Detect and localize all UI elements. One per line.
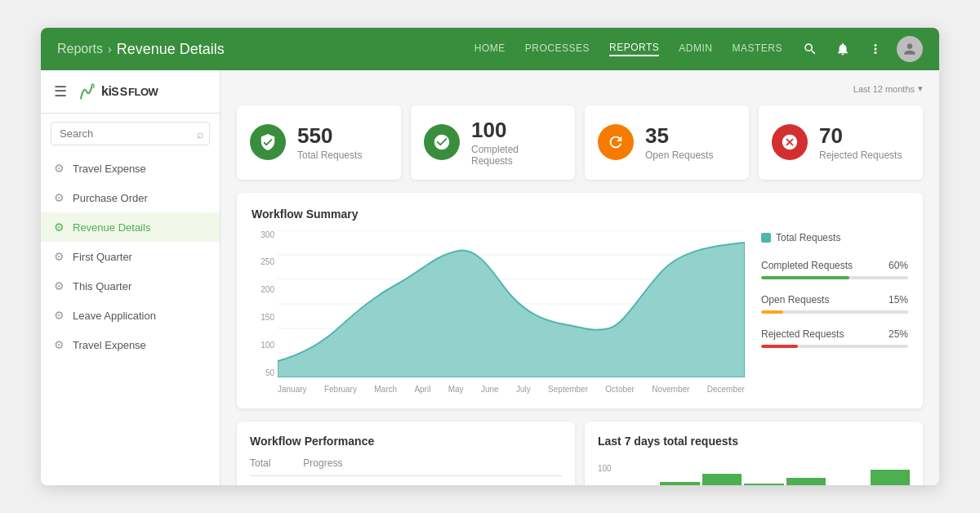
progress-bar-bg [761, 276, 908, 279]
rejected-requests-icon [772, 124, 808, 160]
gear-icon: ⚙ [54, 221, 65, 234]
nav-item-reports[interactable]: REPORTS [609, 42, 659, 56]
nav-item-processes[interactable]: PROCESSES [525, 42, 590, 56]
progress-bar-fill-rejected [761, 345, 798, 348]
gear-icon: ⚙ [54, 191, 65, 204]
progress-open-pct: 15% [889, 294, 908, 306]
search-bar[interactable]: ⌕ [51, 122, 210, 145]
open-requests-icon [598, 124, 634, 160]
total-requests-icon [250, 124, 286, 160]
sidebar-item-label: Travel Expense [73, 339, 146, 351]
total-requests-label: Total Requests [297, 149, 362, 161]
bottom-row: Workflow Performance Total Progress Last… [237, 422, 923, 485]
sidebar-item-first-quarter[interactable]: ⚙ First Quarter [41, 242, 220, 271]
chart-title: Workflow Summary [252, 207, 745, 221]
progress-open: Open Requests 15% [761, 294, 908, 314]
breadcrumb: Reports › Revenue Details [57, 41, 225, 58]
sidebar-item-label: Purchase Order [73, 192, 148, 204]
x-label: January [278, 385, 307, 394]
sidebar-item-label: Leave Application [73, 310, 156, 322]
sidebar-item-purchase-order[interactable]: ⚙ Purchase Order [41, 183, 220, 212]
progress-bar-fill-open [761, 310, 783, 314]
nav-item-admin[interactable]: ADMIN [679, 42, 712, 56]
chart-left: Workflow Summary 300 250 200 150 100 50 [252, 207, 745, 394]
filter-row: Last 12 months ▾ [237, 83, 923, 94]
gear-icon: ⚙ [54, 250, 65, 263]
last-7-days-title: Last 7 days total requests [598, 435, 910, 448]
x-label: March [374, 385, 397, 394]
sidebar-item-travel-expense-1[interactable]: ⚙ Travel Expense [41, 154, 220, 183]
logo-icon [75, 80, 98, 103]
hamburger-icon[interactable]: ☰ [54, 83, 67, 100]
gear-icon: ⚙ [54, 162, 65, 175]
y-label: 150 [261, 313, 278, 322]
chart-card: Workflow Summary 300 250 200 150 100 50 [237, 193, 923, 408]
progress-bar-fill-completed [761, 276, 849, 279]
search-input[interactable] [51, 122, 210, 145]
x-label: September [548, 385, 588, 394]
gear-icon: ⚙ [54, 309, 65, 322]
search-icon[interactable] [799, 38, 822, 60]
gear-icon: ⚙ [54, 279, 65, 292]
completed-requests-icon [424, 124, 460, 160]
filter-label: Last 12 months [853, 84, 915, 94]
workflow-performance-card: Workflow Performance Total Progress [237, 422, 575, 485]
y-label: 100 [261, 341, 278, 350]
more-options-icon[interactable] [864, 38, 887, 60]
x-label: February [324, 385, 357, 394]
progress-completed-pct: 60% [889, 260, 908, 271]
sidebar-item-revenue-details[interactable]: ⚙ Revenue Details [41, 212, 220, 242]
content-area: Last 12 months ▾ 550 Total Requests [220, 70, 939, 485]
rejected-requests-label: Rejected Requests [819, 149, 902, 161]
sidebar-header: ☰ KiSSFLOW [41, 70, 220, 114]
sidebar-item-travel-expense-2[interactable]: ⚙ Travel Expense [41, 330, 220, 359]
x-label: April [414, 385, 430, 394]
progress-completed: Completed Requests 60% [761, 260, 908, 279]
nav-items: HOME PROCESSES REPORTS ADMIN MASTERS [474, 42, 782, 56]
x-label: December [707, 385, 745, 394]
perf-col-total: Total [250, 457, 270, 469]
stat-info-rejected: 70 Rejected Requests [819, 124, 902, 161]
stat-info-completed: 100 Completed Requests [471, 118, 562, 167]
y-label: 250 [261, 257, 278, 266]
y-axis: 300 250 200 150 100 50 [252, 230, 278, 377]
logo-text: KiSSFLOW [101, 84, 158, 99]
progress-open-label: Open Requests [761, 294, 829, 306]
nav-item-home[interactable]: HOME [474, 42, 506, 56]
sidebar-item-label: This Quarter [73, 280, 131, 292]
total-requests-number: 550 [297, 124, 362, 148]
x-axis: January February March April May June Ju… [278, 385, 745, 394]
workflow-performance-title: Workflow Performance [250, 435, 562, 448]
progress-bar-bg [761, 310, 908, 314]
area-chart [278, 230, 745, 377]
sidebar: ☰ KiSSFLOW ⌕ ⚙ Travel Expe [41, 70, 220, 485]
legend-label: Total Requests [776, 232, 840, 243]
x-label: July [516, 385, 531, 394]
x-label: May [448, 385, 464, 394]
top-navigation: Reports › Revenue Details HOME PROCESSES… [41, 28, 939, 70]
legend-total-requests: Total Requests [761, 232, 908, 243]
bar-2 [660, 482, 699, 485]
breadcrumb-reports[interactable]: Reports [57, 42, 103, 56]
progress-rejected-label: Rejected Requests [761, 328, 844, 340]
sidebar-item-label: First Quarter [73, 251, 132, 263]
notification-icon[interactable] [831, 38, 854, 60]
perf-col-progress: Progress [303, 457, 342, 469]
sidebar-item-leave-application[interactable]: ⚙ Leave Application [41, 301, 220, 330]
avatar[interactable] [897, 36, 923, 62]
rejected-requests-number: 70 [819, 124, 902, 148]
bar-7 [871, 470, 910, 485]
gear-icon: ⚙ [54, 338, 65, 351]
bar-4 [744, 484, 783, 485]
time-filter-dropdown[interactable]: Last 12 months ▾ [853, 83, 923, 94]
progress-rejected: Rejected Requests 25% [761, 328, 908, 348]
sidebar-navigation: ⚙ Travel Expense ⚙ Purchase Order ⚙ Reve… [41, 154, 220, 485]
sidebar-item-label: Travel Expense [73, 163, 146, 175]
x-label: November [652, 385, 689, 394]
nav-item-masters[interactable]: MASTERS [732, 42, 782, 56]
sidebar-item-this-quarter[interactable]: ⚙ This Quarter [41, 271, 220, 301]
legend-dot [761, 233, 771, 243]
mini-bar-chart: 100 [598, 457, 910, 485]
stat-info-open: 35 Open Requests [645, 124, 713, 161]
chevron-down-icon: ▾ [918, 83, 923, 94]
